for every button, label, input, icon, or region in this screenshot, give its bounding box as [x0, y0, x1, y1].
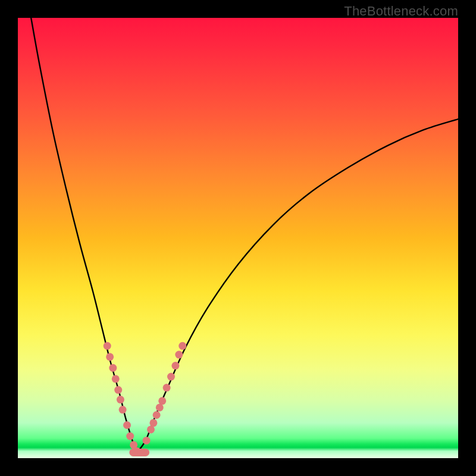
marker-right: [163, 384, 171, 392]
marker-left: [137, 449, 145, 456]
marker-left: [117, 396, 124, 403]
marker-right: [156, 403, 164, 411]
marker-right: [149, 419, 157, 427]
watermark-text: TheBottleneck.com: [344, 4, 458, 19]
marker-left: [126, 433, 134, 440]
marker-left: [104, 342, 111, 350]
marker-right: [167, 373, 175, 381]
marker-right: [171, 362, 179, 369]
marker-left: [106, 353, 114, 361]
marker-right: [178, 342, 186, 350]
marker-left: [112, 375, 120, 383]
marker-left: [114, 386, 122, 394]
marker-left: [123, 421, 131, 429]
marker-right: [158, 397, 166, 405]
marker-left: [109, 364, 117, 372]
curve-svg: [18, 18, 458, 458]
curve-right-arm: [137, 119, 458, 453]
marker-left: [119, 406, 127, 414]
marker-right: [147, 425, 155, 433]
marker-right: [143, 437, 151, 444]
marker-right: [153, 411, 161, 419]
plot-area: [18, 18, 458, 458]
marker-right: [175, 351, 183, 359]
chart-wrapper: TheBottleneck.com: [0, 0, 476, 476]
